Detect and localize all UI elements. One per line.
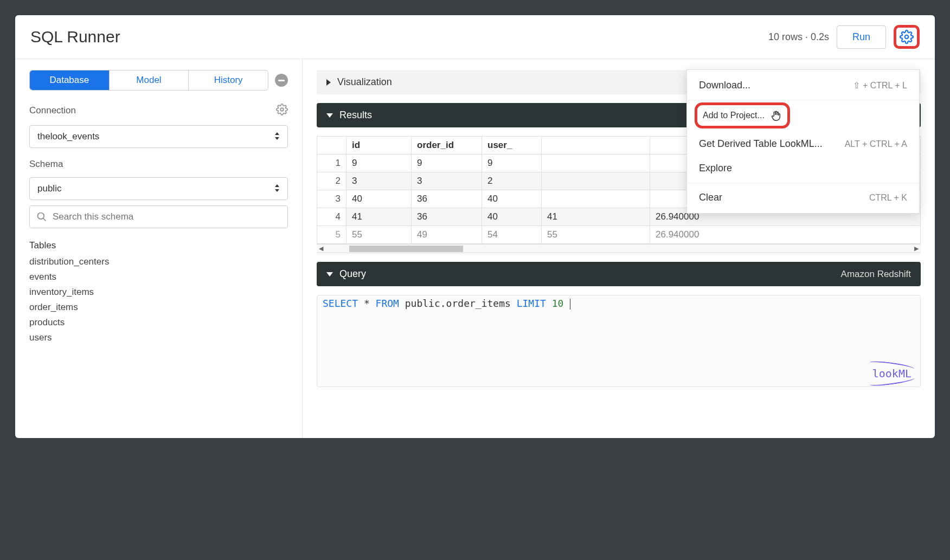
data-cell	[542, 172, 650, 190]
table-item[interactable]: products	[29, 315, 288, 330]
horizontal-scrollbar[interactable]: ◀ ▶	[317, 244, 921, 253]
col-header[interactable]: order_id	[412, 137, 482, 155]
app-window: SQL Runner 10 rows · 0.2s Run Database M…	[15, 15, 935, 438]
tables-label: Tables	[29, 240, 56, 251]
menu-shortcut: ⇧ + CTRL + L	[853, 80, 907, 91]
sql-keyword: SELECT	[323, 298, 358, 309]
text-cursor	[570, 299, 570, 310]
connection-value: thelook_events	[37, 131, 99, 142]
data-cell	[542, 190, 650, 208]
menu-download[interactable]: Download... ⇧ + CTRL + L	[687, 73, 919, 98]
col-header[interactable]: user_	[482, 137, 542, 155]
menu-separator	[687, 100, 919, 100]
rownum-header	[317, 137, 346, 155]
header-right: 10 rows · 0.2s Run	[768, 25, 920, 49]
query-engine-label: Amazon Redshift	[841, 269, 911, 280]
data-cell: 3	[412, 172, 482, 190]
schema-section: Schema	[29, 159, 288, 170]
svg-point-1	[280, 108, 284, 111]
schema-value: public	[37, 183, 61, 194]
scroll-thumb[interactable]	[349, 246, 463, 252]
rownum-cell: 4	[317, 208, 346, 226]
menu-add-to-project-highlight: Add to Project...	[695, 102, 790, 128]
lookml-logo: lookML	[872, 367, 912, 380]
data-cell: 9	[346, 155, 412, 172]
menu-shortcut: CTRL + K	[869, 193, 907, 203]
menu-label: Get Derived Table LookML...	[699, 138, 823, 150]
select-sort-icon	[274, 184, 280, 194]
col-header[interactable]: id	[346, 137, 412, 155]
data-cell: 26.940000	[650, 226, 921, 244]
tables-list: distribution_centers events inventory_it…	[29, 254, 288, 345]
connection-section: Connection	[29, 104, 288, 118]
menu-clear[interactable]: Clear CTRL + K	[687, 185, 919, 210]
col-header[interactable]	[542, 137, 650, 155]
scroll-left-icon[interactable]: ◀	[319, 245, 323, 252]
svg-line-3	[43, 218, 46, 221]
query-status: 10 rows · 0.2s	[768, 31, 829, 43]
menu-explore[interactable]: Explore	[687, 156, 919, 181]
menu-shortcut: ALT + CTRL + A	[845, 139, 907, 149]
connection-gear-icon[interactable]	[276, 104, 288, 118]
data-cell: 41	[346, 208, 412, 226]
sidebar-tabs-row: Database Model History	[29, 70, 288, 91]
settings-gear-highlight	[894, 25, 920, 49]
data-cell: 9	[482, 155, 542, 172]
table-item[interactable]: order_items	[29, 300, 288, 315]
run-button[interactable]: Run	[837, 25, 886, 49]
sidebar: Database Model History Connection theloo…	[15, 59, 303, 438]
menu-separator	[687, 183, 919, 183]
data-cell: 36	[412, 208, 482, 226]
page-title: SQL Runner	[30, 28, 120, 46]
table-item[interactable]: distribution_centers	[29, 254, 288, 269]
settings-dropdown: Download... ⇧ + CTRL + L Add to Project.…	[686, 69, 920, 214]
data-cell	[542, 155, 650, 172]
schema-search[interactable]	[29, 205, 288, 228]
menu-label: Clear	[699, 192, 722, 203]
rownum-cell: 1	[317, 155, 346, 172]
sidebar-tabs: Database Model History	[29, 70, 268, 91]
sql-table: public.order_items	[405, 298, 511, 309]
rownum-cell: 3	[317, 190, 346, 208]
data-cell: 40	[482, 190, 542, 208]
schema-select[interactable]: public	[29, 177, 288, 200]
search-icon	[36, 211, 47, 222]
query-editor[interactable]: SELECT * FROM public.order_items LIMIT 1…	[317, 295, 921, 387]
svg-point-2	[38, 213, 44, 220]
schema-search-input[interactable]	[53, 211, 281, 222]
connection-label: Connection	[29, 105, 76, 116]
tables-section: Tables	[29, 240, 288, 251]
scroll-right-icon[interactable]: ▶	[914, 245, 919, 252]
menu-add-to-project[interactable]: Add to Project...	[703, 111, 765, 120]
sql-number: 10	[552, 298, 564, 309]
menu-label: Download...	[699, 80, 750, 91]
query-header[interactable]: Query Amazon Redshift	[317, 262, 921, 286]
visualization-label: Visualization	[337, 76, 392, 88]
connection-select[interactable]: thelook_events	[29, 125, 288, 148]
data-cell: 40	[482, 208, 542, 226]
table-item[interactable]: inventory_items	[29, 285, 288, 300]
tab-model[interactable]: Model	[110, 70, 189, 90]
table-item[interactable]: users	[29, 330, 288, 345]
header: SQL Runner 10 rows · 0.2s Run	[15, 15, 935, 59]
tab-history[interactable]: History	[189, 70, 268, 90]
hand-cursor-icon	[770, 110, 782, 121]
gear-icon[interactable]	[900, 30, 914, 44]
data-cell: 2	[482, 172, 542, 190]
collapse-sidebar-icon[interactable]	[275, 74, 288, 87]
rownum-cell: 5	[317, 226, 346, 244]
sql-token: *	[364, 298, 370, 309]
data-cell: 36	[412, 190, 482, 208]
data-cell: 3	[346, 172, 412, 190]
menu-derived-lookml[interactable]: Get Derived Table LookML... ALT + CTRL +…	[687, 132, 919, 156]
svg-point-0	[905, 35, 909, 39]
data-cell: 54	[482, 226, 542, 244]
select-sort-icon	[274, 132, 280, 141]
table-item[interactable]: events	[29, 269, 288, 285]
data-cell: 55	[542, 226, 650, 244]
results-label: Results	[339, 110, 372, 121]
chevron-right-icon	[326, 79, 331, 86]
schema-label: Schema	[29, 159, 63, 170]
tab-database[interactable]: Database	[30, 70, 110, 90]
table-row: 5 55 49 54 55 26.940000	[317, 226, 921, 244]
